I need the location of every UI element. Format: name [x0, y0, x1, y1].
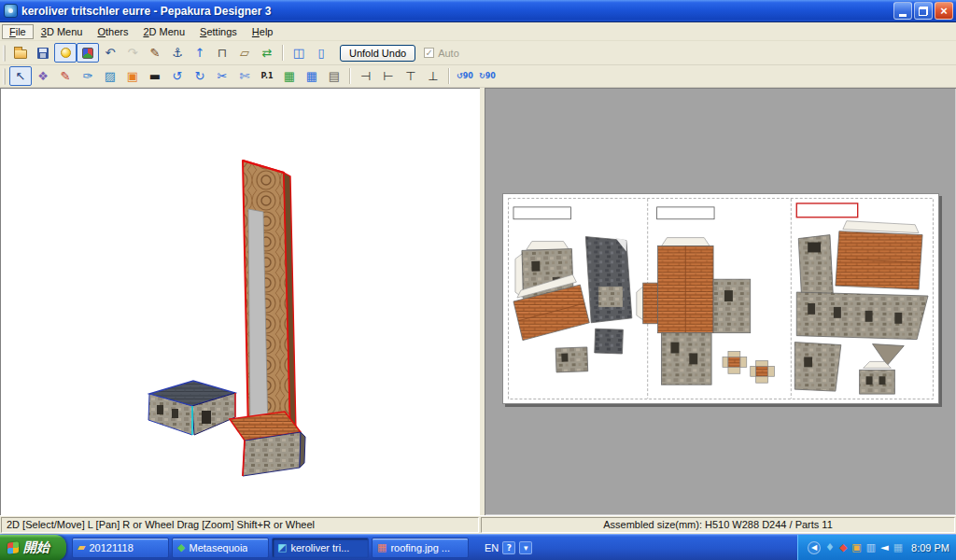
menu-others[interactable]: Others	[90, 24, 135, 39]
viewport-3d[interactable]	[0, 88, 480, 515]
edge-joint-icon-button[interactable]: ❖	[32, 66, 54, 86]
page-title-box[interactable]	[657, 207, 714, 219]
print-icon-button[interactable]: ▤	[323, 66, 345, 86]
language-indicator[interactable]: EN	[485, 542, 499, 553]
align-top-icon-button[interactable]: ⊤	[400, 66, 422, 86]
pepakura-icon: ◩	[277, 542, 287, 553]
menu-settings[interactable]: Settings	[192, 24, 245, 39]
toolbar-gripper[interactable]	[3, 45, 6, 62]
align-left-icon-button[interactable]: ⊣	[355, 66, 377, 86]
mini-box-unfold[interactable]	[723, 351, 747, 373]
toolbar-options-icon[interactable]: ▾	[519, 541, 532, 554]
taskbar: 開始 ▰20121118◆Metasequoia◩keroliver tri..…	[0, 534, 956, 560]
close-button[interactable]: ×	[935, 2, 953, 20]
unfold-undo-button[interactable]: Unfold Undo	[340, 45, 415, 62]
convert-icon-button[interactable]: ⇄	[256, 43, 278, 63]
flip-arrow-icon-button[interactable]: ↑	[189, 43, 211, 63]
windows-logo-icon	[7, 541, 19, 553]
hide-tray-icons-chevron[interactable]: ◀	[808, 541, 821, 554]
join-part-icon-button[interactable]: ✄	[233, 66, 256, 86]
restore-button[interactable]	[914, 2, 933, 20]
box-icon: ▱	[240, 47, 249, 59]
taskbar-button-metasequoia[interactable]: ◆Metasequoia	[172, 538, 269, 558]
pattern-page[interactable]	[503, 194, 938, 403]
save-icon-button[interactable]	[32, 43, 54, 63]
box-icon-button[interactable]: ▱	[233, 43, 256, 63]
page-title-box[interactable]	[513, 207, 570, 219]
color-pencil-icon-button[interactable]: ✎	[54, 66, 77, 86]
status-bar: 2D [Select/Move] L [Pan] R or Wheel Drag…	[0, 515, 956, 534]
flip-arrow-icon: ↑	[195, 47, 205, 59]
menu-2d-menu[interactable]: 2D Menu	[135, 24, 192, 39]
viewport-2d[interactable]	[485, 88, 956, 515]
window-title: keroliver tritschler eurre - Pepakura De…	[21, 5, 893, 18]
redo-icon-button[interactable]: ↷	[121, 43, 144, 63]
pepakura-window: keroliver tritschler eurre - Pepakura De…	[0, 0, 956, 560]
texture-cube-icon-button[interactable]	[77, 43, 99, 63]
unfold-pieces-page1[interactable]	[513, 237, 632, 372]
menu-file[interactable]: File	[2, 24, 34, 39]
brush-icon-button[interactable]: ✑	[77, 66, 99, 86]
mini-box-unfold[interactable]	[751, 360, 775, 383]
rotate-right-90-icon: ↻90	[479, 73, 496, 80]
arrange-pages-icon-button[interactable]: ▦	[301, 66, 323, 86]
status-hint: 2D [Select/Move] L [Pan] R or Wheel Drag…	[1, 517, 479, 533]
taskbar-button-roofing-jpg[interactable]: ▦roofing.jpg ...	[372, 538, 469, 558]
rotate-left-90-icon-button[interactable]: ↺90	[454, 66, 476, 86]
page-number-icon-button[interactable]: P.1	[256, 66, 278, 86]
checkmark-icon: ✓	[425, 49, 432, 58]
pen-icon: ✎	[150, 47, 161, 59]
messenger-icon[interactable]: ♦	[825, 542, 835, 553]
align-bottom-icon-button[interactable]: ⊥	[422, 66, 444, 86]
start-button[interactable]: 開始	[0, 535, 66, 560]
network-icon[interactable]: ▥	[866, 542, 876, 553]
menu-help[interactable]: Help	[245, 24, 281, 39]
align-right-icon-button[interactable]: ⊢	[377, 66, 400, 86]
title-bar[interactable]: keroliver tritschler eurre - Pepakura De…	[0, 0, 956, 22]
caliper-icon-button[interactable]: ⊓	[211, 43, 233, 63]
arrange-parts-icon: ▦	[284, 70, 295, 82]
graphics-icon[interactable]: ▣	[851, 542, 861, 553]
unfold-pieces-page2[interactable]	[637, 238, 775, 385]
antivirus-icon[interactable]: ◆	[839, 542, 847, 553]
model-tower[interactable]	[243, 161, 296, 436]
select-move-icon: ↖	[16, 70, 26, 82]
text-flap-icon-button[interactable]: ▣	[121, 66, 144, 86]
anchor-icon-button[interactable]: ⚓	[166, 43, 189, 63]
open-folder-icon-button[interactable]	[9, 43, 32, 63]
menu-3d-menu[interactable]: 3D Menu	[34, 24, 91, 39]
taskbar-button-20121118[interactable]: ▰20121118	[72, 538, 169, 558]
page-title-box-selected[interactable]	[796, 203, 857, 217]
view-both-panes-icon-button[interactable]: ◫	[288, 43, 310, 63]
monitor-icon[interactable]: ▦	[893, 542, 903, 553]
divide-part-icon-button[interactable]: ✂	[211, 66, 233, 86]
pen-icon-button[interactable]: ✎	[144, 43, 166, 63]
minimize-button[interactable]	[893, 2, 912, 20]
unfold-pieces-page3[interactable]	[794, 221, 928, 394]
metasequoia-icon: ◆	[177, 542, 185, 553]
model-house[interactable]	[148, 381, 235, 435]
texture-cube-icon	[82, 48, 93, 59]
model-3d-canvas[interactable]	[0, 88, 480, 515]
toolbar-gripper[interactable]	[3, 68, 6, 85]
view-single-pane-icon-button[interactable]: ▯	[310, 43, 332, 63]
auto-checkbox[interactable]: ✓ Auto	[424, 48, 459, 59]
toolbar-2d: ↖❖✎✑▨▣▬↺↻✂✄P.1▦▦▤⊣⊢⊤⊥↺90↻90	[0, 65, 956, 88]
arrange-parts-icon-button[interactable]: ▦	[278, 66, 301, 86]
taskbar-button-keroliver-tri[interactable]: ◩keroliver tri...	[272, 538, 369, 558]
text-flap-icon: ▣	[127, 70, 138, 82]
volume-icon[interactable]: ◄	[880, 542, 888, 553]
select-move-icon-button[interactable]: ↖	[9, 66, 32, 86]
light-icon-button[interactable]	[54, 43, 77, 63]
help-icon[interactable]: ?	[502, 541, 515, 554]
rotate-ccw-icon-button[interactable]: ↺	[166, 66, 189, 86]
toolbar-separator	[448, 68, 450, 84]
pattern-sheet[interactable]	[502, 193, 939, 404]
align-bottom-icon: ⊥	[428, 70, 438, 82]
undo-icon-button[interactable]: ↶	[99, 43, 121, 63]
rotate-right-90-icon-button[interactable]: ↻90	[476, 66, 499, 86]
dark-view-icon-button[interactable]: ▬	[144, 66, 166, 86]
rotate-cw-icon-button[interactable]: ↻	[189, 66, 211, 86]
divide-part-icon: ✂	[218, 70, 228, 82]
pattern-icon-button[interactable]: ▨	[99, 66, 121, 86]
